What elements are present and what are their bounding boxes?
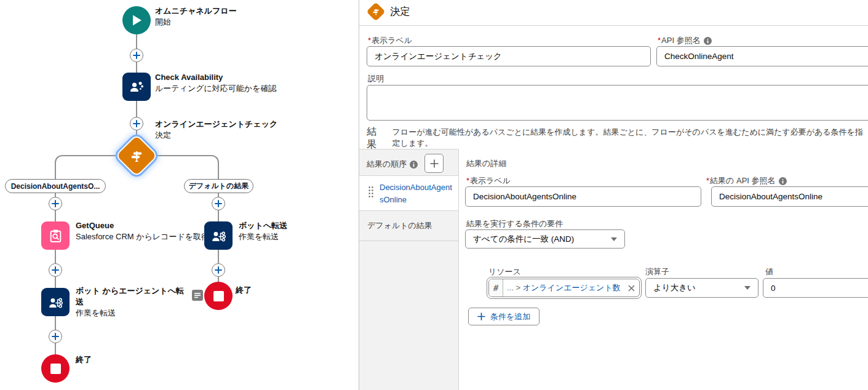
play-icon <box>130 14 143 27</box>
decision-node[interactable] <box>116 135 156 175</box>
outcome-api-name-input[interactable]: DecisionAboutAgentsOnline <box>711 186 868 207</box>
add-element-connector[interactable] <box>49 197 62 210</box>
resource-selected-pill: # ... > オンラインエージェント数 <box>488 279 640 297</box>
operator-select[interactable]: より大きい <box>645 278 759 298</box>
transfer-bot-title: ボットへ転送 <box>239 220 287 231</box>
transfer-bot-to-agent-node[interactable] <box>41 288 70 316</box>
getqueue-subtitle: Salesforce CRM からレコードを取得 <box>76 231 204 242</box>
outcome-api-name-text: 結果の API 参照名 <box>710 176 775 185</box>
end-left-label: 終了 <box>76 354 92 365</box>
outcome-item-label: デフォルトの結果 <box>367 220 432 231</box>
end-icon <box>50 364 61 374</box>
add-element-connector[interactable] <box>212 263 225 277</box>
outcome-order-panel: 結果の順序 DecisionAboutAgentsO <box>359 149 459 390</box>
value-input[interactable]: 0 <box>763 278 868 298</box>
outcome-display-label-text: 表示ラベル <box>470 176 511 185</box>
note-icon[interactable] <box>192 290 203 301</box>
drag-handle-icon[interactable] <box>368 186 374 198</box>
connector-line <box>55 155 117 180</box>
end-right-label: 終了 <box>236 285 252 296</box>
connector-line <box>55 316 56 330</box>
record-lookup-icon <box>48 228 63 244</box>
api-name-label: *API 参照名 <box>658 35 712 46</box>
add-element-connector[interactable] <box>130 117 143 130</box>
resource-label: リソース <box>488 266 521 277</box>
number-type-icon: # <box>489 279 503 296</box>
outcome-display-label-input[interactable]: DecisionAboutAgentsOnline <box>465 186 701 207</box>
display-label-value: オンラインエージェントチェック <box>375 51 502 62</box>
transfer-bot-label: ボットへ転送 作業を転送 <box>239 220 287 242</box>
connector-line <box>55 277 56 288</box>
decision-properties-panel: 決定 *表示ラベル オンラインエージェントチェック *API 参照名 Check… <box>359 0 868 390</box>
display-label-label: *表示ラベル <box>368 35 412 46</box>
resource-value: ... > オンラインエージェント数 <box>503 282 628 293</box>
info-icon[interactable] <box>410 161 418 169</box>
check-title: Check Availability <box>155 72 276 83</box>
connector-line <box>218 250 219 263</box>
transfer-bot-subtitle: 作業を転送 <box>239 231 287 242</box>
connector-line <box>136 101 137 117</box>
transfer-bot-node[interactable] <box>204 221 233 250</box>
display-label-input[interactable]: オンラインエージェントチェック <box>367 46 651 66</box>
resource-path-prefix: ... > <box>507 283 520 292</box>
transfer-agent-title: ボット からエージェントへ転送 <box>76 285 184 308</box>
add-element-connector[interactable] <box>212 197 225 210</box>
outcome-item-default[interactable]: デフォルトの結果 <box>359 211 458 241</box>
resource-combobox[interactable]: # ... > オンラインエージェント数 <box>487 277 642 299</box>
end-icon <box>213 291 224 301</box>
plus-icon <box>52 333 59 340</box>
branch-label-right[interactable]: デフォルトの結果 <box>184 179 253 193</box>
plus-icon <box>215 266 222 274</box>
plus-icon <box>215 200 222 207</box>
add-element-connector[interactable] <box>49 330 62 343</box>
check-availability-icon <box>129 79 145 95</box>
plus-icon <box>52 266 59 274</box>
description-textarea[interactable] <box>367 85 868 121</box>
outcome-detail-heading: 結果の詳細 <box>466 158 506 169</box>
end-node-left[interactable] <box>41 354 70 383</box>
divider <box>359 25 868 26</box>
condition-requirements-label: 結果を実行する条件の要件 <box>466 218 563 229</box>
check-availability-node[interactable] <box>122 73 151 101</box>
required-marker: * <box>706 176 709 185</box>
branch-label-right-text: デフォルトの結果 <box>189 181 249 191</box>
outcome-order-heading-text: 結果の順序 <box>367 159 407 170</box>
transfer-agent-subtitle: 作業を転送 <box>76 308 184 319</box>
outcome-display-label-label: *表示ラベル <box>466 175 511 186</box>
flow-canvas[interactable]: オムニチャネルフロー 開始 Check Availability ルーティングに… <box>0 0 359 390</box>
add-element-connector[interactable] <box>130 49 143 62</box>
connector-line <box>136 62 137 73</box>
start-node[interactable] <box>122 6 151 34</box>
operator-label: 演算子 <box>645 266 669 277</box>
add-element-connector[interactable] <box>49 263 62 277</box>
decision-subtitle: 決定 <box>155 130 277 141</box>
value-label: 値 <box>765 266 773 277</box>
plus-icon <box>430 159 439 168</box>
chevron-down-icon <box>611 237 617 241</box>
branch-label-left[interactable]: DecisionAboutAgentsO... <box>5 179 106 193</box>
info-icon[interactable] <box>704 37 712 45</box>
connector-line <box>218 210 219 221</box>
required-marker: * <box>466 176 469 185</box>
chevron-down-icon <box>744 286 751 290</box>
condition-requirements-select[interactable]: すべての条件に一致 (AND) <box>465 229 625 249</box>
getqueue-node[interactable] <box>41 221 70 250</box>
outcome-item-decisionaboutagentsonline[interactable]: DecisionAboutAgentsOnline <box>359 176 458 211</box>
decision-icon <box>366 2 385 21</box>
start-title: オムニチャネルフロー <box>155 6 237 17</box>
add-condition-label: 条件を追加 <box>490 311 530 322</box>
results-heading: 結果 <box>367 125 385 151</box>
end-node-right[interactable] <box>204 282 233 310</box>
add-condition-button[interactable]: 条件を追加 <box>468 308 540 325</box>
check-subtitle: ルーティングに対応可能かを確認 <box>155 83 276 94</box>
info-icon[interactable] <box>779 177 787 185</box>
api-name-input[interactable]: CheckOnlineAgent <box>656 46 868 66</box>
plus-icon <box>133 52 140 59</box>
display-label-text: 表示ラベル <box>372 36 412 45</box>
add-outcome-button[interactable] <box>424 154 444 173</box>
remove-resource-icon[interactable] <box>628 285 635 292</box>
plus-icon <box>477 312 485 320</box>
operator-value: より大きい <box>653 282 696 293</box>
connector-line <box>156 155 219 180</box>
outcome-api-name-label: *結果の API 参照名 <box>706 175 787 186</box>
